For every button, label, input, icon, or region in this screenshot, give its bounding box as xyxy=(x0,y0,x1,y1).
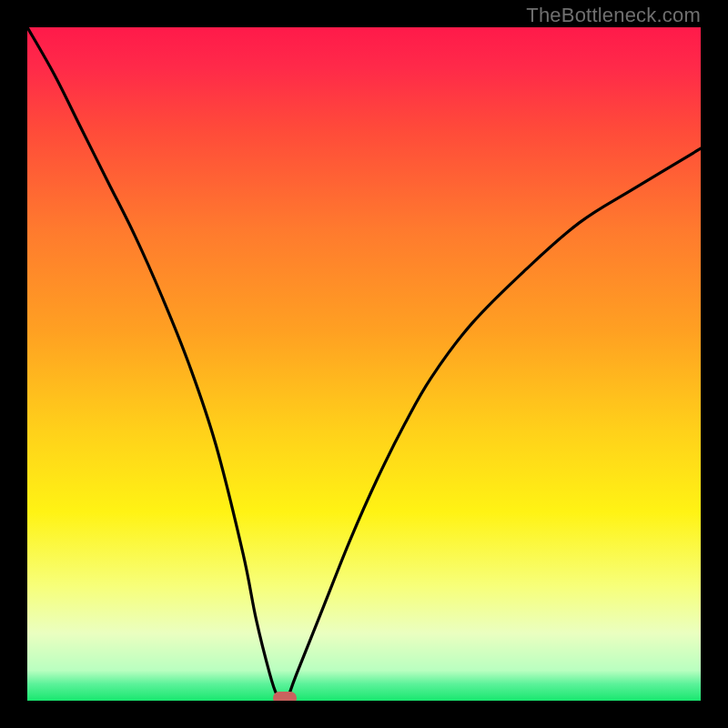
watermark-text: TheBottleneck.com xyxy=(526,4,701,27)
chart-frame: TheBottleneck.com xyxy=(0,0,728,728)
minimum-marker xyxy=(273,692,297,701)
plot-area xyxy=(27,27,701,701)
bottleneck-curve xyxy=(27,27,701,701)
